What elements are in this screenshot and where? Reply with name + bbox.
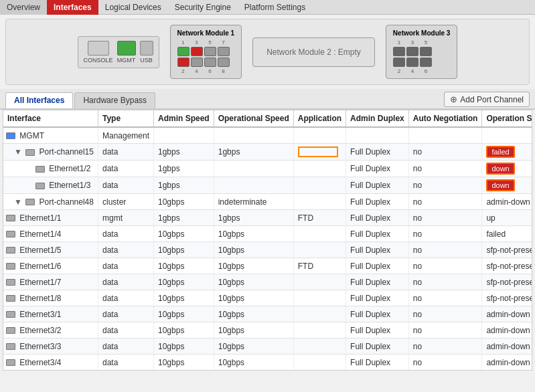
tab-platform-settings[interactable]: Platform Settings: [238, 0, 312, 15]
cell-interface-name: Ethernet1/2: [3, 161, 98, 177]
cell-op-state: sfp-not-present: [482, 242, 532, 258]
interface-name-text: Port-channel48: [40, 197, 94, 207]
cell-admin-speed: 1gbps: [154, 144, 214, 161]
interface-tabs: All Interfaces Hardware Bypass: [5, 92, 155, 108]
cell-type: data: [98, 226, 153, 242]
interface-name-text: Ethernet1/8: [19, 294, 61, 303]
interface-name-text: Ethernet1/6: [19, 262, 61, 271]
port-1[interactable]: [177, 47, 189, 56]
cell-application: [293, 322, 346, 338]
cell-auto-neg: no: [408, 371, 482, 371]
cell-application: [293, 290, 346, 306]
mgmt-port: MGMT: [117, 41, 136, 64]
port-4[interactable]: [191, 58, 203, 67]
cell-interface-name: Ethernet1/6: [3, 258, 98, 274]
cell-admin-speed: 1gbps: [154, 177, 214, 194]
cell-op-speed: indeterminate: [214, 194, 293, 210]
expand-icon[interactable]: ▼: [14, 147, 22, 157]
interface-name-text: Ethernet3/1: [19, 310, 61, 319]
module3-top-row: [393, 47, 451, 56]
tab-overview[interactable]: Overview: [0, 0, 47, 15]
m3-port-2[interactable]: [393, 58, 405, 67]
interface-icon: [6, 263, 15, 270]
cell-auto-neg: no: [408, 226, 482, 242]
port-2[interactable]: [177, 58, 189, 67]
module1-ports: 1 3 5 7 2 4: [177, 39, 235, 74]
tab-logical-devices[interactable]: Logical Devices: [98, 0, 168, 15]
cell-admin-speed: 10gbps: [154, 258, 214, 274]
status-badge: failed: [486, 146, 514, 158]
cell-interface-name: Ethernet3/1: [3, 306, 98, 322]
cell-auto-neg: no: [408, 177, 482, 194]
tab-security-engine[interactable]: Security Engine: [168, 0, 238, 15]
interface-name-text: Ethernet1/3: [49, 181, 90, 190]
cell-op-state: admin-down: [482, 194, 532, 210]
port-6[interactable]: [204, 58, 216, 67]
tab-hardware-bypass[interactable]: Hardware Bypass: [74, 92, 155, 108]
port-label-7: 7: [218, 39, 230, 45]
cell-interface-name: Ethernet1/3: [3, 177, 98, 194]
cell-op-state: admin-down: [482, 355, 532, 371]
cell-op-state: admin-down: [482, 338, 532, 355]
cell-op-state: admin-down: [482, 322, 532, 338]
port-7[interactable]: [218, 47, 230, 56]
cell-op-state: up: [482, 210, 532, 226]
cell-interface-name: Ethernet1/1: [3, 210, 98, 226]
cell-type: data: [98, 177, 153, 194]
interface-name-text: MGMT: [19, 131, 44, 140]
m3-port-6[interactable]: [420, 58, 432, 67]
op-state-text: sfp-not-present: [486, 278, 532, 287]
cell-auto-neg: [408, 127, 482, 144]
table-row: Ethernet3/2 data 10gbps 10gbps Full Dupl…: [3, 322, 532, 338]
add-port-channel-button[interactable]: ⊕ Add Port Channel: [444, 92, 530, 107]
cell-interface-name: Ethernet3/4: [3, 355, 98, 371]
table-row: ▼ Port-channel15 data 1gbps 1gbps Full D…: [3, 144, 532, 161]
module1-bot-labels: 2 4 6 8: [177, 68, 235, 74]
cell-interface-name: MGMT: [3, 127, 98, 144]
cell-application: [293, 371, 346, 371]
status-badge: down: [486, 179, 514, 191]
cell-op-state: failed: [482, 144, 532, 161]
cell-auto-neg: no: [408, 242, 482, 258]
cell-admin-speed: 10gbps: [154, 322, 214, 338]
port-8[interactable]: [218, 58, 230, 67]
cell-auto-neg: no: [408, 338, 482, 355]
m3-port-label-2: 2: [393, 68, 405, 74]
m3-port-label-3: 3: [406, 39, 418, 45]
cell-auto-neg: no: [408, 274, 482, 290]
tab-all-interfaces[interactable]: All Interfaces: [5, 92, 73, 108]
port-5[interactable]: [204, 47, 216, 56]
cell-admin-speed: 1gbps: [154, 161, 214, 177]
cell-admin-speed: 10gbps: [154, 194, 214, 210]
cell-admin-speed: 10gbps: [154, 290, 214, 306]
table-row: Ethernet3/5 data 10gbps 10gbps Full Dupl…: [3, 371, 532, 371]
col-auto-neg: Auto Negotiation: [408, 110, 482, 127]
cell-duplex: Full Duplex: [346, 226, 409, 242]
table-row: Ethernet1/4 data 10gbps 10gbps Full Dupl…: [3, 226, 532, 242]
port-3[interactable]: [191, 47, 203, 56]
cell-type: data: [98, 144, 153, 161]
m3-port-1[interactable]: [393, 47, 405, 56]
cell-op-speed: 10gbps: [214, 226, 293, 242]
interface-icon: [25, 199, 35, 205]
port-label-8: 8: [218, 68, 230, 74]
table-row: Ethernet1/8 data 10gbps 10gbps Full Dupl…: [3, 290, 532, 306]
module1-title: Network Module 1: [177, 29, 235, 37]
m3-port-5[interactable]: [420, 47, 432, 56]
cell-op-state: sfp-not-present: [482, 274, 532, 290]
port-label-4: 4: [191, 68, 203, 74]
tab-interfaces[interactable]: Interfaces: [47, 0, 98, 15]
m3-port-label-4: 4: [406, 68, 418, 74]
cell-duplex: Full Duplex: [346, 290, 409, 306]
expand-icon[interactable]: ▼: [14, 197, 22, 207]
port-label-3: 3: [191, 39, 203, 45]
m3-port-4[interactable]: [406, 58, 418, 67]
module1-top-row: 1 3 5 7: [177, 39, 235, 45]
cell-admin-speed: 10gbps: [154, 242, 214, 258]
table-row: Ethernet1/3 data 1gbps Full Duplex no do…: [3, 177, 532, 194]
m3-port-3[interactable]: [406, 47, 418, 56]
table-row: Ethernet1/6 data 10gbps 10gbps FTD Full …: [3, 258, 532, 274]
cell-application: FTD: [293, 258, 346, 274]
cell-auto-neg: no: [408, 258, 482, 274]
m3-port-label-6: 6: [420, 68, 432, 74]
